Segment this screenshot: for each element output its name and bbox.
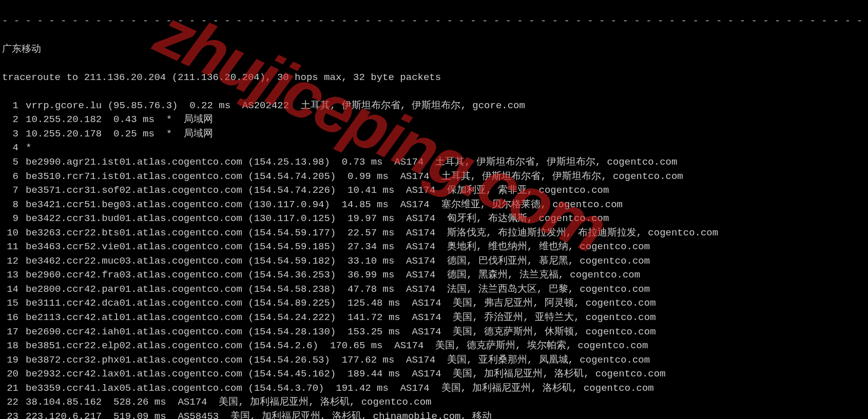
hop-content: be3872.ccr32.phx01.atlas.cogentco.com (1…: [18, 353, 650, 368]
hop-line: 23223.120.6.217 519.09 ms AS58453 美国, 加利…: [2, 410, 868, 419]
hop-line: 8be3421.ccr51.beg03.atlas.cogentco.com (…: [2, 198, 868, 212]
hop-number: 17: [2, 325, 18, 340]
hop-number: 23: [2, 410, 18, 419]
hop-number: 4: [2, 141, 18, 155]
hop-line: 1vrrp.gcore.lu (95.85.76.3) 0.22 ms AS20…: [2, 99, 868, 113]
hop-line: 12be3462.ccr22.muc03.atlas.cogentco.com …: [2, 254, 868, 269]
hop-line: 210.255.20.182 0.43 ms * 局域网: [2, 113, 868, 127]
hop-content: 10.255.20.182 0.43 ms * 局域网: [18, 113, 213, 127]
hop-content: be2690.ccr42.iah01.atlas.cogentco.com (1…: [18, 325, 656, 340]
hop-number: 16: [2, 311, 18, 325]
hop-number: 21: [2, 382, 18, 396]
hop-content: vrrp.gcore.lu (95.85.76.3) 0.22 ms AS202…: [18, 99, 525, 113]
terminal-output: - - - - - - - - - - - - - - - - - - - - …: [0, 0, 868, 419]
hop-number: 9: [2, 212, 18, 226]
hop-number: 13: [2, 268, 18, 283]
hop-line: 2238.104.85.162 528.26 ms AS174 美国, 加利福尼…: [2, 395, 868, 410]
hop-content: *: [18, 141, 31, 155]
hop-number: 14: [2, 283, 18, 297]
hop-line: 7be3571.ccr31.sof02.atlas.cogentco.com (…: [2, 184, 868, 198]
hop-content: be3510.rcr71.ist01.atlas.cogentco.com (1…: [18, 170, 683, 184]
hop-number: 12: [2, 254, 18, 269]
hop-line: 19be3872.ccr32.phx01.atlas.cogentco.com …: [2, 353, 868, 368]
hop-number: 15: [2, 296, 18, 311]
hop-line: 18be3851.ccr22.elp02.atlas.cogentco.com …: [2, 339, 868, 353]
hop-line: 9be3422.ccr31.bud01.atlas.cogentco.com (…: [2, 212, 868, 226]
hop-line: 5be2990.agr21.ist01.atlas.cogentco.com (…: [2, 155, 868, 170]
hop-number: 11: [2, 240, 18, 254]
hop-content: be2990.agr21.ist01.atlas.cogentco.com (1…: [18, 155, 677, 170]
hop-line: 21be3359.ccr41.lax05.atlas.cogentco.com …: [2, 382, 868, 396]
hops-list: 1vrrp.gcore.lu (95.85.76.3) 0.22 ms AS20…: [2, 99, 868, 419]
hop-content: 38.104.85.162 528.26 ms AS174 美国, 加利福尼亚州…: [18, 395, 432, 410]
hop-content: be2800.ccr42.par01.atlas.cogentco.com (1…: [18, 283, 650, 297]
hop-content: 10.255.20.178 0.25 ms * 局域网: [18, 127, 213, 142]
hop-content: 223.120.6.217 519.09 ms AS58453 美国, 加利福尼…: [18, 410, 492, 419]
isp-title: 广东移动: [2, 43, 868, 57]
hop-content: be3571.ccr31.sof02.atlas.cogentco.com (1…: [18, 184, 609, 198]
hop-line: 310.255.20.178 0.25 ms * 局域网: [2, 127, 868, 142]
hop-content: be2113.ccr42.atl01.atlas.cogentco.com (1…: [18, 311, 656, 325]
hop-number: 7: [2, 184, 18, 198]
hop-number: 19: [2, 353, 18, 368]
hop-number: 3: [2, 127, 18, 142]
hop-content: be3359.ccr41.lax05.atlas.cogentco.com (1…: [18, 382, 654, 396]
traceroute-header: traceroute to 211.136.20.204 (211.136.20…: [2, 71, 868, 85]
hop-content: be3421.ccr51.beg03.atlas.cogentco.com (1…: [18, 198, 623, 212]
hop-line: 16be2113.ccr42.atl01.atlas.cogentco.com …: [2, 311, 868, 325]
hop-content: be2932.ccr42.lax01.atlas.cogentco.com (1…: [18, 367, 666, 382]
hop-number: 2: [2, 113, 18, 127]
hop-number: 18: [2, 339, 18, 353]
hop-line: 14be2800.ccr42.par01.atlas.cogentco.com …: [2, 283, 868, 297]
hop-content: be3263.ccr22.bts01.atlas.cogentco.com (1…: [18, 226, 718, 241]
hop-number: 1: [2, 99, 18, 113]
hop-content: be3462.ccr22.muc03.atlas.cogentco.com (1…: [18, 254, 650, 269]
hop-line: 13be2960.ccr42.fra03.atlas.cogentco.com …: [2, 268, 868, 283]
hop-number: 6: [2, 170, 18, 184]
hop-content: be3463.ccr52.vie01.atlas.cogentco.com (1…: [18, 240, 650, 254]
hop-content: be3422.ccr31.bud01.atlas.cogentco.com (1…: [18, 212, 609, 226]
hop-number: 10: [2, 226, 18, 241]
hop-line: 15be3111.ccr42.dca01.atlas.cogentco.com …: [2, 296, 868, 311]
hop-content: be3851.ccr22.elp02.atlas.cogentco.com (1…: [18, 339, 648, 353]
hop-content: be2960.ccr42.fra03.atlas.cogentco.com (1…: [18, 268, 640, 283]
hop-line: 10be3263.ccr22.bts01.atlas.cogentco.com …: [2, 226, 868, 241]
hop-number: 22: [2, 395, 18, 410]
hop-number: 8: [2, 198, 18, 212]
hop-line: 17be2690.ccr42.iah01.atlas.cogentco.com …: [2, 325, 868, 340]
hop-number: 5: [2, 155, 18, 170]
hop-line: 4*: [2, 141, 868, 155]
hop-line: 11be3463.ccr52.vie01.atlas.cogentco.com …: [2, 240, 868, 254]
hop-number: 20: [2, 367, 18, 382]
hop-line: 20be2932.ccr42.lax01.atlas.cogentco.com …: [2, 367, 868, 382]
hop-line: 6be3510.rcr71.ist01.atlas.cogentco.com (…: [2, 170, 868, 184]
separator-line: - - - - - - - - - - - - - - - - - - - - …: [2, 14, 868, 29]
hop-content: be3111.ccr42.dca01.atlas.cogentco.com (1…: [18, 296, 656, 311]
